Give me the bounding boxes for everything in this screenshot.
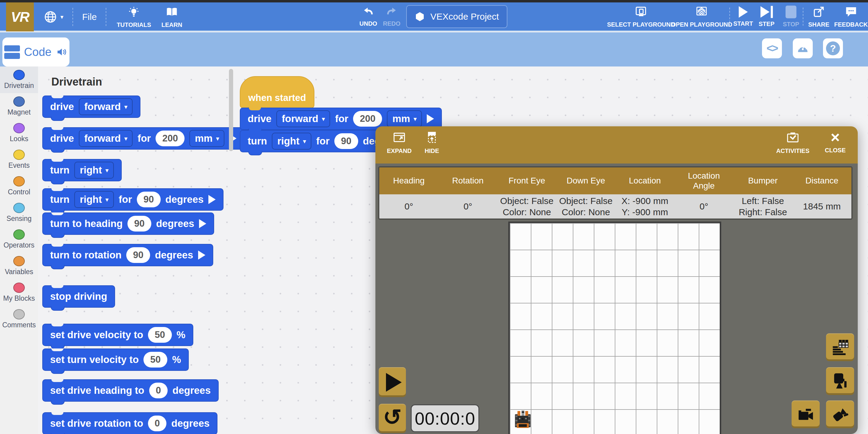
- redo-button[interactable]: REDO: [383, 6, 401, 27]
- toolbar-divider: [106, 8, 106, 26]
- block-turn[interactable]: turn right▾: [42, 159, 122, 181]
- sidebar-item-drivetrain[interactable]: Drivetrain: [0, 66, 38, 93]
- unit-dropdown[interactable]: mm▾: [189, 130, 224, 147]
- palette-section-title: Drivetrain: [51, 76, 102, 88]
- block-turn-for[interactable]: turn right▾ for 90 degrees: [42, 188, 223, 211]
- stop-button[interactable]: STOP: [783, 5, 799, 28]
- field-reset-button[interactable]: ↺: [379, 404, 406, 433]
- share-icon: [812, 5, 826, 19]
- tutorials-button[interactable]: TUTORIALS: [117, 6, 151, 28]
- start-button[interactable]: START: [733, 6, 753, 27]
- expand-icon: [392, 131, 406, 144]
- chevron-down-icon: ▾: [105, 196, 108, 203]
- learn-button[interactable]: LEARN: [161, 6, 182, 28]
- sidebar-item-operators[interactable]: Operators: [0, 226, 38, 253]
- help-button[interactable]: ?: [823, 38, 843, 58]
- video-camera-icon: [797, 406, 814, 423]
- run-arrow-icon[interactable]: [208, 195, 216, 204]
- block-when-started[interactable]: when started: [240, 76, 314, 108]
- direction-dropdown[interactable]: forward▾: [79, 130, 133, 147]
- distance-input[interactable]: 200: [353, 111, 382, 127]
- select-playground-label: SELECT PLAYGROUND: [607, 21, 675, 28]
- language-selector[interactable]: ▾: [43, 10, 63, 24]
- project-name-button[interactable]: VEXcode Project: [406, 5, 507, 28]
- vr-robot[interactable]: [514, 410, 532, 429]
- block-set-drive-heading[interactable]: set drive heading to 0 degrees: [42, 379, 219, 402]
- select-playground-button[interactable]: SELECT PLAYGROUND: [607, 5, 675, 28]
- file-menu[interactable]: File: [82, 12, 97, 22]
- location-value: X: -900 mmY: -900 mm: [616, 194, 674, 219]
- velocity-input[interactable]: 50: [144, 352, 167, 368]
- dashboard-view-button[interactable]: [826, 334, 854, 361]
- share-button[interactable]: SHARE: [808, 5, 829, 28]
- run-arrow-icon[interactable]: [427, 114, 434, 123]
- block-set-turn-velocity[interactable]: set turn velocity to 50 %: [42, 348, 189, 371]
- distance-input[interactable]: 200: [156, 131, 185, 146]
- block-turn-to-rotation[interactable]: turn to rotation 90 degrees: [42, 244, 213, 266]
- velocity-input[interactable]: 50: [148, 327, 172, 343]
- table-header-row: Heading Rotation Front Eye Down Eye Loca…: [379, 168, 851, 194]
- angle-input[interactable]: 90: [137, 192, 160, 207]
- angle-input[interactable]: 90: [334, 133, 358, 149]
- start-label: START: [733, 20, 753, 27]
- dashboard-button[interactable]: [793, 38, 813, 58]
- block-stop-driving[interactable]: stop driving: [42, 285, 115, 308]
- hide-button[interactable]: HIDE: [425, 131, 439, 154]
- expand-button[interactable]: EXPAND: [387, 131, 412, 154]
- block-turn-to-heading[interactable]: turn to heading 90 degrees: [42, 212, 214, 235]
- book-icon: [165, 6, 179, 19]
- sidebar-item-events[interactable]: Events: [0, 146, 38, 173]
- heading-value: 0°: [379, 194, 438, 219]
- direction-dropdown[interactable]: forward▾: [79, 98, 133, 115]
- activities-button[interactable]: ACTIVITIES: [776, 131, 809, 154]
- sidebar-item-sensing[interactable]: Sensing: [0, 200, 38, 226]
- sidebar-item-control[interactable]: Control: [0, 173, 38, 200]
- run-arrow-icon[interactable]: [198, 251, 205, 260]
- vr-logo: VR: [6, 2, 34, 31]
- chevron-down-icon: ▾: [216, 135, 219, 142]
- rotation-input[interactable]: 90: [126, 247, 150, 263]
- window-top-strip: [0, 0, 868, 2]
- tab-code[interactable]: Code: [2, 37, 69, 66]
- block-drive[interactable]: drive forward▾: [42, 95, 141, 118]
- undo-button[interactable]: UNDO: [360, 6, 377, 27]
- activities-icon: [785, 131, 800, 144]
- direction-dropdown[interactable]: right▾: [74, 191, 114, 208]
- step-button[interactable]: STEP: [759, 6, 774, 27]
- block-set-drive-velocity[interactable]: set drive velocity to 50 %: [42, 324, 193, 346]
- vexcode-vr-app: VR ▾ File TUTORIALS: [0, 0, 868, 434]
- open-playground-button[interactable]: OPEN PLAYGROUND: [671, 5, 733, 28]
- sidebar-item-my-blocks[interactable]: My Blocks: [0, 279, 38, 306]
- robot-view-button[interactable]: [826, 367, 854, 395]
- angled-camera-view-button[interactable]: [826, 401, 854, 428]
- close-playground-button[interactable]: × CLOSE: [825, 131, 846, 154]
- direction-dropdown[interactable]: forward▾: [276, 110, 331, 127]
- activities-label: ACTIVITIES: [776, 147, 809, 154]
- palette-scrollbar[interactable]: [229, 69, 233, 151]
- down-eye-value: Object: FalseColor: None: [556, 194, 615, 219]
- block-set-drive-rotation[interactable]: set drive rotation to 0 degrees: [42, 412, 217, 434]
- category-color-dot: [13, 283, 25, 293]
- heading-input[interactable]: 0: [149, 383, 167, 398]
- field-play-button[interactable]: [379, 367, 406, 397]
- feedback-button[interactable]: FEEDBACK: [834, 5, 868, 28]
- chevron-down-icon: ▾: [124, 104, 127, 110]
- run-arrow-icon[interactable]: [199, 219, 206, 228]
- open-playground-label: OPEN PLAYGROUND: [671, 21, 733, 28]
- unit-dropdown[interactable]: mm▾: [387, 110, 422, 127]
- code-view-button[interactable]: <>: [762, 38, 782, 58]
- sidebar-item-comments[interactable]: Comments: [0, 306, 38, 332]
- blocks-icon: [4, 45, 20, 59]
- heading-input[interactable]: 90: [127, 216, 151, 232]
- category-color-dot: [13, 150, 25, 160]
- chevron-down-icon: ▾: [322, 115, 325, 122]
- playground-field-grid[interactable]: [508, 222, 721, 434]
- sidebar-item-variables[interactable]: Variables: [0, 253, 38, 279]
- sidebar-item-looks[interactable]: Looks: [0, 120, 38, 146]
- sidebar-item-magnet[interactable]: Magnet: [0, 93, 38, 120]
- direction-dropdown[interactable]: right▾: [74, 162, 114, 179]
- direction-dropdown[interactable]: right▾: [272, 133, 311, 150]
- rotation-input[interactable]: 0: [148, 415, 166, 431]
- block-drive-for[interactable]: drive forward▾ for 200 mm▾: [42, 127, 244, 150]
- side-camera-view-button[interactable]: [792, 401, 820, 428]
